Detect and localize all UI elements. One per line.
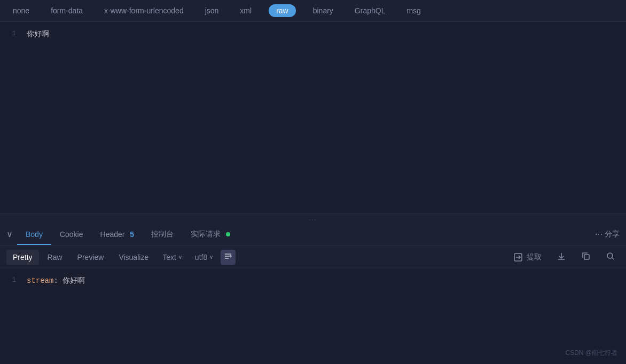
body-type-json[interactable]: json <box>201 4 223 17</box>
editor-line-1: 1 你好啊 <box>0 28 626 40</box>
extract-label: 提取 <box>527 252 542 262</box>
output-line-content-1: stream: 你好啊 <box>27 276 85 286</box>
output-line-1: 1 stream: 你好啊 <box>0 275 626 287</box>
search-icon <box>606 251 615 263</box>
body-type-raw[interactable]: raw <box>269 4 296 17</box>
share-button[interactable]: ⋯ 分享 <box>595 230 620 239</box>
encoding-label: utf8 <box>195 253 207 262</box>
collapse-icon[interactable]: ∨ <box>6 229 13 239</box>
response-tabs-bar: ∨ Body Cookie Header 5 控制台 实际请求 ⋯ 分享 <box>0 223 626 246</box>
tab-header[interactable]: Header 5 <box>92 224 143 245</box>
svg-point-8 <box>607 253 613 258</box>
response-actions: 提取 <box>508 249 620 265</box>
request-body-editor[interactable]: 1 你好啊 <box>0 22 626 214</box>
line-content-1: 你好啊 <box>27 29 49 39</box>
output-line-number-1: 1 <box>0 276 27 284</box>
tab-cookie[interactable]: Cookie <box>51 224 92 245</box>
body-type-msg[interactable]: msg <box>402 4 425 17</box>
share-icon: ⋯ <box>595 230 602 239</box>
body-type-form-data[interactable]: form-data <box>46 4 87 17</box>
resize-dots: ... <box>309 215 317 222</box>
body-type-none[interactable]: none <box>9 4 34 17</box>
copy-icon <box>581 251 591 263</box>
response-tabs-right: ⋯ 分享 <box>595 230 620 239</box>
wrapline-icon <box>224 252 232 262</box>
wrapline-button[interactable] <box>221 250 236 265</box>
line-number-1: 1 <box>0 29 27 37</box>
subtab-raw[interactable]: Raw <box>41 250 69 265</box>
copy-button[interactable] <box>577 249 595 265</box>
search-button[interactable] <box>601 249 620 265</box>
download-icon <box>557 251 566 263</box>
response-output: 1 stream: 你好啊 <box>0 268 626 364</box>
tab-body[interactable]: Body <box>17 224 51 245</box>
svg-rect-7 <box>584 255 589 259</box>
output-value: 你好啊 <box>58 276 85 285</box>
extract-icon <box>513 252 523 263</box>
subtab-pretty[interactable]: Pretty <box>6 250 39 265</box>
encoding-chevron: ∨ <box>209 254 213 260</box>
output-key: stream <box>27 276 53 285</box>
main-layout: none form-data x-www-form-urlencoded jso… <box>0 0 626 364</box>
body-type-xml[interactable]: xml <box>236 4 256 17</box>
extract-button[interactable]: 提取 <box>508 250 546 265</box>
resize-handle[interactable]: ... <box>0 214 626 223</box>
body-type-bar: none form-data x-www-form-urlencoded jso… <box>0 0 626 22</box>
text-format-chevron: ∨ <box>178 254 182 260</box>
svg-line-9 <box>612 258 614 259</box>
share-label: 分享 <box>605 230 620 239</box>
text-format-dropdown[interactable]: Text ∨ <box>157 250 187 265</box>
body-type-graphql[interactable]: GraphQL <box>350 4 390 17</box>
encoding-dropdown[interactable]: utf8 ∨ <box>190 250 218 265</box>
body-type-binary[interactable]: binary <box>309 4 338 17</box>
tab-console[interactable]: 控制台 <box>143 223 182 246</box>
tab-actual-request[interactable]: 实际请求 <box>182 223 239 246</box>
response-subtabs-bar: Pretty Raw Preview Visualize Text ∨ utf8… <box>0 246 626 268</box>
download-button[interactable] <box>552 249 570 265</box>
header-badge: 5 <box>130 230 134 239</box>
subtab-visualize[interactable]: Visualize <box>112 250 155 265</box>
footer-watermark: CSDN @南七行者 <box>565 349 617 358</box>
text-format-label: Text <box>162 253 176 262</box>
body-type-urlencoded[interactable]: x-www-form-urlencoded <box>100 4 188 17</box>
subtab-preview[interactable]: Preview <box>71 250 111 265</box>
output-colon: : <box>53 276 58 285</box>
actual-request-dot <box>226 232 230 236</box>
